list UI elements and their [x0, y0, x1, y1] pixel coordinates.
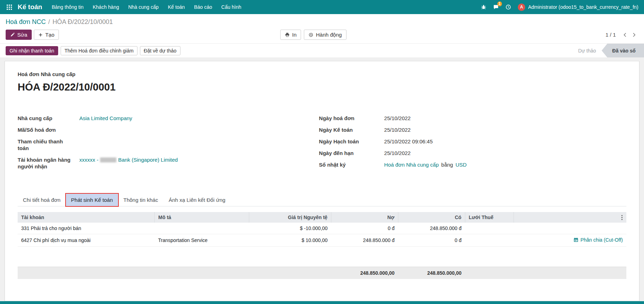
header-credit[interactable]: Có — [398, 212, 465, 223]
menu-configuration[interactable]: Cấu hình — [217, 0, 246, 14]
recipient-bank-label: Tài khoản ngân hàng người nhận — [18, 156, 79, 170]
status-posted[interactable]: Đã vào sổ — [602, 44, 644, 57]
journal-label: Sổ nhật ký — [319, 161, 384, 168]
statusbar: Dự thảo Đã vào sổ — [572, 44, 644, 57]
breadcrumb-parent-link[interactable]: Hoá đơn NCC — [6, 18, 46, 25]
invoice-form-sheet: Hoá đơn Nhà cung cấp HÓA Đ/2022/10/0001 … — [5, 61, 639, 301]
pencil-icon — [10, 32, 15, 37]
total-credit: 248.850.000,00 — [398, 267, 465, 279]
bottom-bar — [0, 301, 644, 304]
account-cell: 331 Phải trả cho người bán — [18, 223, 155, 234]
totals-row: 248.850.000,00 248.850.000,00 — [18, 267, 626, 279]
header-label[interactable]: Mô tả — [155, 212, 249, 223]
menu-customers[interactable]: Khách hàng — [88, 0, 124, 14]
messages-icon[interactable]: 1 — [493, 4, 499, 10]
notebook-tabs: Chi tiết hoá đơn Phát sinh Kế toán Thông… — [18, 194, 626, 206]
pager-previous-button[interactable] — [621, 31, 629, 38]
header-amount-currency[interactable]: Giá trị Nguyên tệ — [249, 212, 331, 223]
edit-button-label: Sửa — [17, 32, 27, 38]
due-date-label: Ngày đến hạn — [319, 150, 384, 156]
credit-cell: 248.850.000 đ — [398, 223, 465, 234]
add-credit-note-button[interactable]: Thêm Hoá đơn điều chỉnh giảm — [61, 46, 137, 55]
user-name: Administrator (odoo15_to_bank_currency_r… — [528, 4, 638, 10]
app-name[interactable]: Kế toán — [16, 3, 47, 11]
edit-button[interactable]: Sửa — [6, 30, 32, 40]
account-cell: 6427 Chi phí dịch vụ mua ngoài — [18, 234, 155, 247]
credit-cell: 0 đ — [398, 234, 465, 247]
accounting-date-value: 25/10/2022 — [384, 126, 411, 133]
tab-journal-items[interactable]: Phát sinh Kế toán — [66, 194, 118, 206]
total-debit: 248.850.000,00 — [331, 267, 398, 279]
invoice-date-value: 25/10/2022 — [384, 115, 411, 122]
control-panel: Hoá đơn NCC/HÓA Đ/2022/10/0001 Sửa Tạo — [0, 14, 644, 57]
label-cell — [155, 223, 249, 234]
document-type-label: Hoá đơn Nhà cung cấp — [18, 71, 626, 77]
debug-icon[interactable] — [481, 4, 486, 10]
header-debit[interactable]: Nợ — [331, 212, 398, 223]
payment-reference-label: Tham chiếu thanh toán — [18, 138, 79, 151]
avatar: A — [518, 4, 525, 11]
field-recipient-bank: Tài khoản ngân hàng người nhận xxxxxx -B… — [18, 156, 319, 170]
field-vendor: Nhà cung cấp Asia Limited Company — [18, 115, 319, 122]
journal-items-table: Tài khoản Mô tả Giá trị Nguyên tệ Nợ Có … — [18, 212, 626, 279]
apps-menu-button[interactable] — [3, 0, 16, 14]
bill-reference-label: Mã/Số hoá đơn — [18, 126, 79, 133]
breadcrumb-separator: / — [48, 18, 50, 25]
chevron-right-icon — [632, 32, 637, 38]
create-button[interactable]: Tạo — [34, 30, 59, 40]
breadcrumb: Hoá đơn NCC/HÓA Đ/2022/10/0001 — [0, 14, 644, 26]
apps-grid-icon — [7, 5, 12, 10]
table-row[interactable]: 6427 Chi phí dịch vụ mua ngoài Transport… — [18, 234, 626, 247]
menu-vendors[interactable]: Nhà cung cấp — [124, 0, 163, 14]
debit-cell: 248.850.000 đ — [331, 234, 398, 247]
print-button[interactable]: In — [280, 30, 301, 40]
cutoff-link[interactable]: Phân chia (Cut-Off) — [574, 237, 623, 243]
field-due-date: Ngày đến hạn 25/10/2022 — [319, 150, 626, 156]
message-counter-badge: 1 — [497, 1, 502, 6]
user-menu[interactable]: A Administrator (odoo15_to_bank_currency… — [518, 4, 638, 11]
content-area: Hoá đơn Nhà cung cấp HÓA Đ/2022/10/0001 … — [0, 57, 644, 301]
recipient-bank-link[interactable]: xxxxxx -Bank (Singapore) Limited — [79, 157, 178, 163]
calendar-icon — [574, 237, 578, 242]
journal-link[interactable]: Hoá đơn Nhà cung cấp — [384, 162, 439, 168]
status-draft[interactable]: Dự thảo — [572, 44, 602, 57]
extra-cell — [514, 223, 626, 234]
extra-cell: Phân chia (Cut-Off) — [514, 234, 626, 247]
header-account[interactable]: Tài khoản — [18, 212, 155, 223]
menu-dashboard[interactable]: Bảng thông tin — [47, 0, 88, 14]
menu-accounting[interactable]: Kế toán — [163, 0, 189, 14]
tab-invoice-lines[interactable]: Chi tiết hoá đơn — [18, 194, 66, 206]
field-group: Nhà cung cấp Asia Limited Company Mã/Số … — [18, 115, 626, 175]
label-cell: Transportation Service — [155, 234, 249, 247]
register-payment-button[interactable]: Ghi nhận thanh toán — [6, 46, 58, 55]
header-tax-grid[interactable]: Lưới Thuế — [465, 212, 514, 223]
field-payment-reference: Tham chiếu thanh toán — [18, 138, 319, 151]
menu-reporting[interactable]: Báo cáo — [189, 0, 216, 14]
tab-other-info[interactable]: Thông tin khác — [118, 194, 163, 206]
action-button[interactable]: Hành động — [304, 30, 346, 40]
optional-columns-toggle[interactable] — [621, 215, 623, 220]
field-journal: Sổ nhật ký Hoá đơn Nhà cung cấpbằngUSD — [319, 161, 626, 168]
pager-next-button[interactable] — [630, 31, 638, 38]
vendor-label: Nhà cung cấp — [18, 115, 79, 122]
header-options — [514, 212, 626, 223]
journal-currency-link[interactable]: USD — [455, 162, 467, 168]
vendor-link[interactable]: Asia Limited Company — [79, 115, 132, 122]
reset-to-draft-button[interactable]: Đặt về dự thảo — [140, 46, 180, 55]
table-row[interactable]: 331 Phải trả cho người bán $ -10.000,00 … — [18, 223, 626, 234]
systray: 1 A Administrator (odoo15_to_bank_curren… — [481, 4, 638, 11]
cutoff-link-label: Phân chia (Cut-Off) — [581, 237, 623, 243]
activities-icon[interactable] — [505, 4, 511, 10]
posting-date-label: Ngày Hạch toán — [319, 138, 384, 145]
top-navbar: Kế toán Bảng thông tin Khách hàng Nhà cu… — [0, 0, 644, 14]
tab-counterpart-mapping[interactable]: Ánh xạ Liên kết Đối ứng — [163, 194, 231, 206]
accounting-date-label: Ngày Kế toán — [319, 126, 384, 133]
table-header-row: Tài khoản Mô tả Giá trị Nguyên tệ Nợ Có … — [18, 212, 626, 223]
redacted-bank-name — [100, 157, 116, 162]
field-bill-reference: Mã/Số hoá đơn — [18, 126, 319, 133]
amount-currency-cell: $ 10.000,00 — [249, 234, 331, 247]
print-button-label: In — [292, 32, 297, 38]
recipient-bank-prefix: xxxxxx - — [79, 157, 98, 163]
tax-grid-cell — [465, 234, 514, 247]
button-row: Sửa Tạo In — [0, 26, 644, 43]
